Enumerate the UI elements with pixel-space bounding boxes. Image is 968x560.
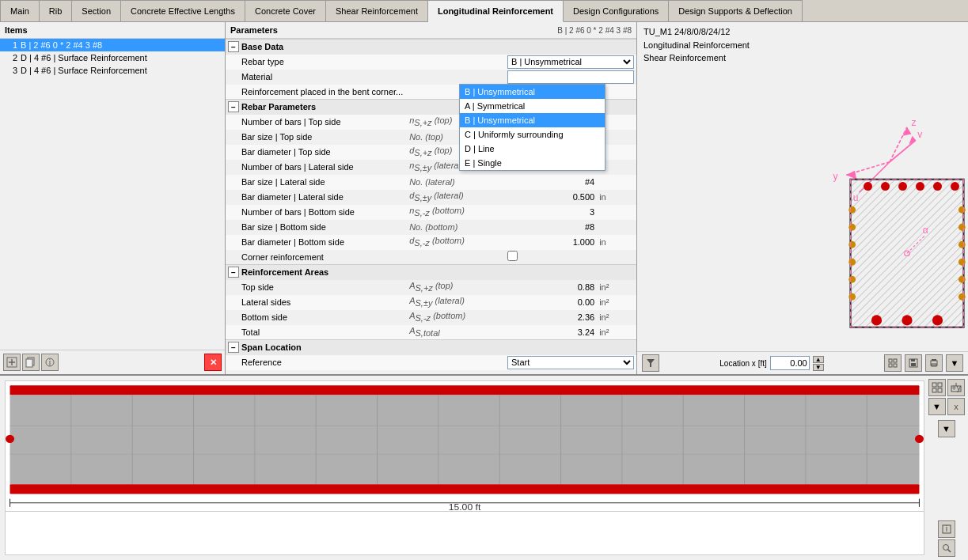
copy-button[interactable] bbox=[22, 354, 40, 371]
zoom-button[interactable] bbox=[938, 539, 955, 557]
fit-view-button[interactable]: ▼ bbox=[938, 420, 955, 437]
param-row-top-side-area: Top side AS,+z (top) 0.88 in² bbox=[226, 280, 636, 295]
svg-text:y: y bbox=[833, 170, 839, 181]
item-label: D | 4 #6 | Surface Reinforcement bbox=[21, 66, 220, 75]
view-x-button[interactable]: x bbox=[947, 398, 965, 415]
item-label: B | 2 #6 0 * 2 #4 3 #8 bbox=[21, 40, 220, 50]
svg-point-31 bbox=[959, 206, 966, 213]
param-unit bbox=[597, 220, 636, 235]
viz-title: TU_M1 24/8/0/8/24/12 bbox=[643, 25, 962, 39]
item-row[interactable]: 1 B | 2 #6 0 * 2 #4 3 #8 bbox=[0, 39, 225, 51]
items-panel: Items 1 B | 2 #6 0 * 2 #4 3 #8 2 D | 4 #… bbox=[0, 22, 226, 374]
param-unit: in² bbox=[597, 280, 636, 295]
svg-point-26 bbox=[933, 182, 942, 191]
view-grid-button-1[interactable] bbox=[928, 379, 946, 396]
tab-section[interactable]: Section bbox=[72, 0, 121, 21]
param-row-lateral-sides-area: Lateral sides AS,±y (lateral) 0.00 in² bbox=[226, 295, 636, 310]
param-name: Bar diameter | Lateral side bbox=[226, 190, 407, 205]
tab-design-supports-deflection[interactable]: Design Supports & Deflection bbox=[669, 0, 803, 21]
tab-main[interactable]: Main bbox=[0, 0, 40, 21]
expand-rebar-params[interactable]: − bbox=[228, 101, 239, 112]
svg-point-38 bbox=[848, 223, 856, 230]
param-name: Reference bbox=[226, 355, 407, 370]
location-up-button[interactable]: ▲ bbox=[813, 356, 824, 363]
more-viz-button[interactable]: ▼ bbox=[946, 354, 963, 372]
svg-rect-4 bbox=[26, 359, 32, 367]
expand-base-data[interactable]: − bbox=[228, 41, 239, 52]
tab-concrete-effective-lengths[interactable]: Concrete Effective Lengths bbox=[121, 0, 245, 21]
svg-point-78 bbox=[6, 435, 14, 443]
dropdown-item-b-unsymmetrical-top[interactable]: B | Unsymmetrical bbox=[460, 85, 605, 99]
svg-point-23 bbox=[881, 182, 890, 191]
param-value-cell: Start End bbox=[505, 355, 636, 370]
param-symbol bbox=[407, 70, 505, 85]
svg-point-40 bbox=[848, 258, 856, 265]
param-value: 2.36 bbox=[505, 310, 597, 325]
section-label: Reinforcement Areas bbox=[241, 267, 328, 277]
filter-button[interactable] bbox=[642, 354, 659, 372]
param-symbol bbox=[407, 355, 505, 370]
location-down-button[interactable]: ▼ bbox=[813, 364, 824, 371]
add-table-button[interactable] bbox=[3, 354, 21, 371]
material-input[interactable] bbox=[507, 70, 634, 84]
dropdown-item-e-single[interactable]: E | Single bbox=[460, 156, 605, 170]
item-row[interactable]: 3 D | 4 #6 | Surface Reinforcement bbox=[0, 64, 225, 77]
param-name: Bottom side bbox=[226, 310, 407, 325]
svg-point-37 bbox=[848, 206, 856, 213]
svg-point-39 bbox=[848, 240, 856, 248]
svg-text:α: α bbox=[923, 224, 928, 235]
viz-toolbar: Location x [ft] ▲ ▼ ▼ bbox=[637, 351, 968, 374]
properties-button[interactable]: i bbox=[41, 354, 59, 371]
svg-text:z: z bbox=[912, 116, 917, 127]
svg-point-34 bbox=[959, 258, 966, 265]
param-unit bbox=[597, 175, 636, 190]
info-button[interactable]: i bbox=[938, 520, 955, 538]
viz-info: TU_M1 24/8/0/8/24/12 Longitudinal Reinfo… bbox=[637, 22, 968, 68]
svg-point-29 bbox=[902, 315, 912, 325]
param-unit: in bbox=[597, 190, 636, 205]
location-input[interactable] bbox=[770, 356, 810, 370]
items-list: 1 B | 2 #6 0 * 2 #4 3 #8 2 D | 4 #6 | Su… bbox=[0, 39, 225, 350]
expand-span-location[interactable]: − bbox=[228, 342, 239, 353]
param-row-bar-size-lateral: Bar size | Lateral side No. (lateral) #4 bbox=[226, 175, 636, 190]
dropdown-item-b-unsymmetrical[interactable]: B | Unsymmetrical bbox=[460, 113, 605, 127]
delete-button[interactable]: ✕ bbox=[204, 354, 222, 371]
corner-reinforcement-checkbox[interactable] bbox=[507, 251, 518, 261]
svg-point-41 bbox=[848, 275, 856, 282]
svg-text:+y: +y bbox=[951, 383, 961, 392]
rebar-type-select[interactable]: B | Unsymmetrical A | Symmetrical B | Un… bbox=[507, 55, 634, 69]
view-y-button[interactable]: +y bbox=[947, 379, 965, 396]
viz-line1: Longitudinal Reinforcement bbox=[643, 39, 962, 52]
tab-shear-reinforcement[interactable]: Shear Reinforcement bbox=[326, 0, 428, 21]
tab-longitudinal-reinforcement[interactable]: Longitudinal Reinforcement bbox=[428, 0, 564, 22]
param-value: 0.500 bbox=[505, 190, 597, 205]
svg-rect-53 bbox=[911, 363, 916, 366]
save-viz-button[interactable] bbox=[905, 354, 922, 372]
grid-view-button[interactable] bbox=[884, 354, 902, 372]
param-value: 0.88 bbox=[505, 280, 597, 295]
svg-point-42 bbox=[848, 293, 856, 300]
tab-rib[interactable]: Rib bbox=[40, 0, 73, 21]
svg-point-24 bbox=[898, 182, 907, 191]
reference-select[interactable]: Start End bbox=[507, 356, 634, 369]
svg-rect-85 bbox=[938, 383, 942, 387]
param-name: Bar diameter | Bottom side bbox=[226, 235, 407, 250]
expand-reinforcement-areas[interactable]: − bbox=[228, 267, 239, 278]
view-3d-button[interactable]: ▼ bbox=[928, 398, 946, 415]
item-row[interactable]: 2 D | 4 #6 | Surface Reinforcement bbox=[0, 51, 225, 64]
tab-design-configurations[interactable]: Design Configurations bbox=[564, 0, 669, 21]
item-label: D | 4 #6 | Surface Reinforcement bbox=[21, 53, 220, 62]
tab-concrete-cover[interactable]: Concrete Cover bbox=[245, 0, 326, 21]
view-grid: +y ▼ x bbox=[928, 379, 965, 415]
print-viz-button[interactable] bbox=[925, 354, 943, 372]
svg-text:x: x bbox=[954, 402, 959, 411]
dropdown-item-d-line[interactable]: D | Line bbox=[460, 142, 605, 156]
span-detail-view bbox=[5, 512, 924, 555]
items-header: Items bbox=[0, 22, 225, 39]
param-unit: in² bbox=[597, 325, 636, 340]
param-symbol bbox=[407, 250, 505, 265]
param-symbol bbox=[407, 55, 505, 70]
dropdown-item-a-symmetrical[interactable]: A | Symmetrical bbox=[460, 99, 605, 113]
param-name: Material bbox=[226, 70, 407, 85]
dropdown-item-c-uniformly-surrounding[interactable]: C | Uniformly surrounding bbox=[460, 127, 605, 142]
